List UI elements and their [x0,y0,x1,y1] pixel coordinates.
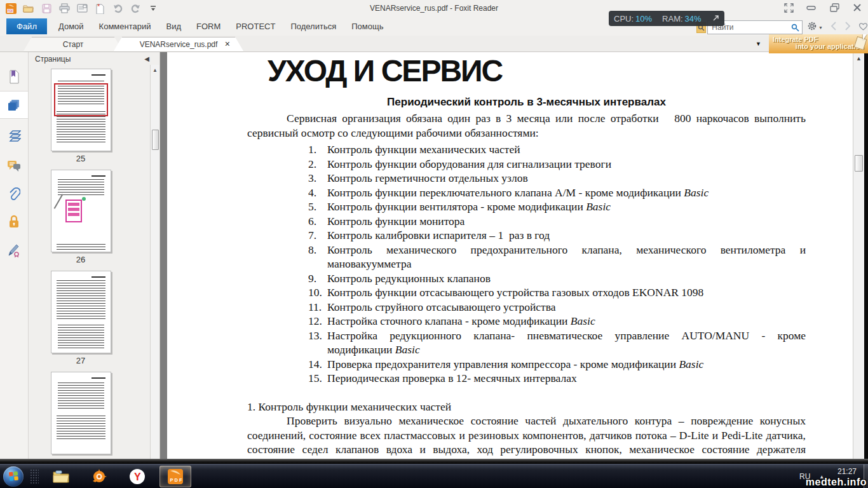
list-item-text-run: Контроль механического предохранительног… [327,243,808,271]
cpu-label: CPU: [614,14,634,24]
minimize-icon[interactable] [804,2,818,13]
list-item-text-run: Настройка сточного клапана - кроме модиф… [327,315,571,327]
nav-back-icon[interactable] [831,22,837,33]
list-item-number: 10. [308,285,327,300]
thumbnail-text-lines [92,74,105,76]
chevron-down-icon: ▼ [818,25,823,30]
clock[interactable]: 21:27 [837,467,857,476]
system-monitor-badge: CPU: 10% RAM: 34% [609,11,724,26]
tab-overflow-icon[interactable]: ▼ [756,41,761,47]
tab-label: Старт [63,40,84,49]
menu-item-comment[interactable]: Комментарий [92,18,159,34]
document-subtitle: Периодический контроль в 3-месячных инте… [247,96,806,109]
panel-scrollbar[interactable]: ▲ [150,65,159,459]
list-item-text-run: Контроль функции переключательного клапа… [327,186,684,199]
ram-label: RAM: [662,14,683,24]
tab-document[interactable]: VENARservice_rus.pdf × [113,37,244,52]
pages-icon[interactable] [0,92,28,118]
page-thumbnail-28[interactable] [51,372,111,454]
thumbnail-text-lines [57,280,105,320]
taskbar-foxit-button[interactable]: P D F [159,466,191,487]
thumbnail-text-lines [58,383,104,410]
taskbar-avast-button[interactable] [83,466,115,487]
list-item-number: 11. [308,300,327,315]
panel-scrollbar-thumb[interactable] [152,130,159,150]
scroll-up-icon[interactable]: ▲ [853,52,864,62]
close-icon[interactable] [850,2,864,13]
fullscreen-icon[interactable] [782,2,796,13]
customize-toolbar-icon[interactable] [146,2,160,15]
thumbnail-text-lines [92,175,105,177]
svg-text:P D F: P D F [170,477,182,483]
main-area: Страницы ◀ 25 26 [0,52,868,459]
menu-item-home[interactable]: Домой [51,18,92,34]
document-scrollbar-thumb[interactable] [855,155,863,172]
undo-icon[interactable] [111,2,125,15]
panel-collapse-icon[interactable]: ◀ [144,55,149,62]
menu-item-form[interactable]: FORM [189,18,228,34]
favorite-heart-icon[interactable] [858,22,868,33]
document-list: 1.Контроль функции механических частей 2… [308,142,806,386]
nav-forward-icon[interactable] [844,22,851,33]
svg-text:PDF: PDF [7,10,13,13]
document-area: УХОД И СЕРВИС Периодический контроль в 3… [160,52,853,459]
foxit-logo-icon[interactable]: PDF [4,2,18,15]
list-item-text-run: Периодическая проверка в 12- месячных ин… [327,372,577,384]
ad-banner[interactable]: Integrate PDF into your application [769,34,868,53]
list-item-text-run: Контроль функции механических частей [327,143,520,156]
thumbnail-list: 25 26 27 [36,69,125,454]
list-item: 9.Контроль редукционных клапанов [308,271,806,286]
email-icon[interactable] [75,2,89,15]
taskbar-explorer-button[interactable] [45,466,77,487]
list-item-number: 15. [308,371,327,386]
list-item-text-run: Контроль функции отсасывающего устройств… [327,286,703,299]
tab-close-icon[interactable]: × [225,39,230,49]
taskbar-yandex-button[interactable]: Y [121,466,153,487]
page-thumbnail-26[interactable] [51,170,111,252]
list-item-number: 14. [308,357,327,372]
layers-icon[interactable] [0,122,28,149]
screen: PDF * VENARservice_rus.pdf - Foxit Reade… [0,0,868,488]
list-item-number: 8. [308,243,327,271]
menu-item-share[interactable]: Поделиться [283,18,344,34]
cpu-value: 10% [635,14,652,24]
security-icon[interactable] [0,208,28,235]
list-item-text-run: Контроль функции оборудования для сигнал… [327,158,611,170]
list-item-text: Контроль редукционных клапанов [327,271,806,286]
redo-icon[interactable] [128,2,142,15]
save-icon[interactable] [39,2,53,15]
document-scrollbar[interactable]: ▲ [853,52,864,459]
settings-control[interactable]: ▼ [807,21,823,34]
search-icon[interactable] [789,21,801,34]
scroll-up-icon[interactable]: ▲ [151,65,159,73]
bookmarks-icon[interactable] [0,64,28,90]
attachments-icon[interactable] [0,181,28,208]
svg-text:Y: Y [134,471,141,482]
comments-icon[interactable] [0,152,28,179]
menu-item-protect[interactable]: PROTECT [228,18,283,34]
menu-item-help[interactable]: Помощь [344,18,391,34]
new-document-icon[interactable]: * [93,2,107,15]
external-link-icon[interactable] [712,13,719,24]
signature-icon[interactable] [0,237,28,264]
list-item-text-run: Контроль калибровки испарителя – 1 раз в… [327,229,550,241]
tab-start[interactable]: Старт [23,37,123,52]
print-icon[interactable] [57,2,71,15]
page-thumbnail-25[interactable] [51,69,111,151]
list-item: 15.Периодическая проверка в 12- месячных… [308,371,806,386]
page-thumbnail-27[interactable] [51,271,111,353]
open-folder-icon[interactable] [22,2,36,15]
start-button[interactable] [3,466,24,487]
thumbnail-text-lines [57,416,105,441]
list-item: 6.Контроль функции монитора [308,214,806,229]
current-view-indicator[interactable] [54,83,108,116]
document-body: Проверить визуально механическое состоян… [247,414,806,459]
cursor-arrow-icon [863,34,867,40]
menu-item-file[interactable]: Файл [6,18,47,34]
svg-text:*: * [97,3,100,10]
list-item: 3.Контроль герметичности отдельных узлов [308,171,806,186]
menu-item-view[interactable]: Вид [158,18,189,34]
list-item-text-run: Контроль редукционных клапанов [327,272,491,285]
restore-icon[interactable] [827,2,841,13]
list-item-em: Basic [571,315,595,327]
